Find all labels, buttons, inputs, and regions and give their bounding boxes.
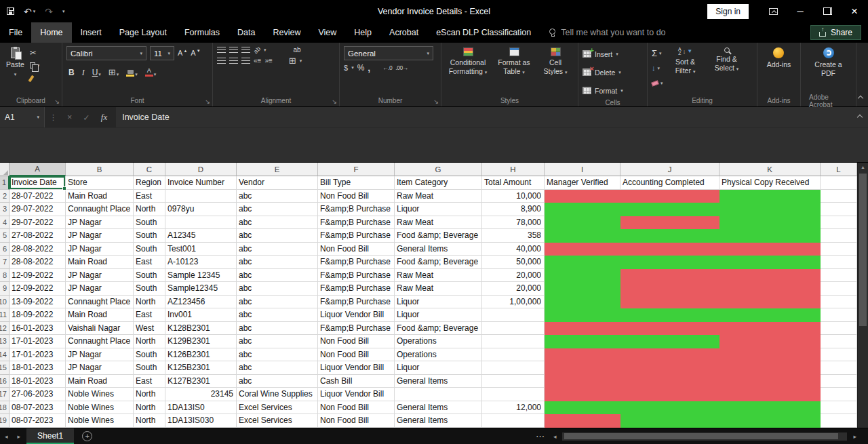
cell-A13[interactable]: 17-01-2023 [9, 335, 66, 348]
sort-filter-button[interactable]: AZ↓▼ Sort & Filter ▾ [667, 46, 705, 95]
column-header-K[interactable]: K [719, 163, 821, 176]
cell-A11[interactable]: 18-09-2022 [9, 308, 66, 322]
cell-B8[interactable]: JP Nagar [66, 269, 134, 283]
cell-G10[interactable]: Liquor [395, 296, 482, 309]
format-painter-button[interactable] [30, 72, 40, 85]
cell-F4[interactable]: F&amp;B Purchase [318, 216, 395, 230]
column-header-B[interactable]: B [66, 163, 134, 176]
flag-cell-green-K11[interactable] [719, 308, 821, 322]
cell-H11[interactable] [482, 308, 545, 322]
cell-B1[interactable]: Store [66, 176, 134, 190]
cell-L2[interactable] [821, 190, 857, 203]
add-ins-button[interactable]: Add-ins [765, 46, 793, 95]
cell-F15[interactable]: Liquor Vendor Bill [318, 361, 395, 375]
cell-H7[interactable]: 50,000 [482, 256, 545, 269]
cell-C12[interactable]: West [134, 322, 165, 336]
cell-A19[interactable]: 08-07-2023 [9, 414, 66, 428]
insert-function-icon[interactable]: fx [96, 112, 113, 123]
cell-E18[interactable]: Excel Services [237, 401, 318, 415]
format-as-table-button[interactable]: Format as Table ▾ [494, 46, 534, 95]
flag-cell-red-J9[interactable] [620, 282, 719, 296]
flag-cell-green-I18[interactable] [545, 401, 620, 415]
cell-H18[interactable]: 12,000 [482, 401, 545, 415]
flag-cell-green-K7[interactable] [719, 256, 821, 269]
cell-L13[interactable] [821, 335, 857, 348]
sheet-nav-left-icon[interactable]: ◂ [0, 433, 13, 440]
cell-A15[interactable]: 18-01-2023 [9, 361, 66, 375]
save-button[interactable] [7, 7, 14, 15]
comma-style-icon[interactable]: , [368, 65, 370, 70]
flag-cell-red-J17[interactable] [620, 388, 719, 401]
flag-cell-green-I10[interactable] [545, 296, 620, 309]
cell-B12[interactable]: Vaishali Nagar [66, 322, 134, 336]
row-header-15[interactable]: 15 [0, 361, 9, 375]
flag-cell-red-I12[interactable] [545, 322, 620, 336]
flag-cell-red-K14[interactable] [719, 348, 821, 362]
cell-E4[interactable]: abc [237, 216, 318, 230]
cell-A7[interactable]: 28-08-2022 [9, 256, 66, 269]
cell-A4[interactable]: 29-07-2022 [9, 216, 66, 230]
accounting-format-icon[interactable]: $ [344, 64, 348, 72]
name-box-splitter[interactable]: ⋮ [45, 113, 62, 122]
cell-E8[interactable]: abc [237, 269, 318, 283]
tab-formulas[interactable]: Formulas [176, 22, 229, 43]
flag-cell-red-K8[interactable] [719, 269, 821, 283]
cell-F13[interactable]: Non Food Bill [318, 335, 395, 348]
cell-E5[interactable]: abc [237, 229, 318, 243]
formula-bar-expanded-area[interactable] [0, 127, 868, 162]
cell-E3[interactable]: abc [237, 203, 318, 216]
decrease-font-size-icon[interactable]: A [191, 49, 200, 57]
cell-D18[interactable]: 1DA13IS0 [165, 401, 237, 415]
cell-F1[interactable]: Bill Type [318, 176, 395, 190]
cell-G2[interactable]: Raw Meat [395, 190, 482, 203]
cell-B11[interactable]: Main Road [66, 308, 134, 322]
cell-D8[interactable]: Sample 12345 [165, 269, 237, 283]
row-header-2[interactable]: 2 [0, 190, 9, 203]
cell-H17[interactable] [482, 388, 545, 401]
cell-C14[interactable]: South [134, 348, 165, 362]
cell-H12[interactable] [482, 322, 545, 336]
cell-B6[interactable]: JP Nagar [66, 243, 134, 256]
flag-cell-green-J3[interactable] [620, 203, 719, 216]
column-header-L[interactable]: L [821, 163, 857, 176]
cell-A9[interactable]: 12-09-2022 [9, 282, 66, 296]
tab-insert[interactable]: Insert [72, 22, 111, 43]
underline-button[interactable]: U [92, 68, 98, 77]
row-header-7[interactable]: 7 [0, 256, 9, 269]
cell-D5[interactable]: A12345 [165, 229, 237, 243]
cell-E1[interactable]: Vendor [237, 176, 318, 190]
cell-G4[interactable]: Raw Meat [395, 216, 482, 230]
cell-H2[interactable]: 10,000 [482, 190, 545, 203]
cell-H9[interactable]: 20,000 [482, 282, 545, 296]
column-header-D[interactable]: D [165, 163, 237, 176]
sheet-nav-right-icon[interactable]: ▸ [13, 433, 26, 440]
restore-button[interactable] [814, 0, 841, 22]
cell-G13[interactable]: Operations [395, 335, 482, 348]
align-bottom-icon[interactable] [241, 47, 250, 53]
flag-cell-green-I4[interactable] [545, 216, 620, 230]
cell-G16[interactable]: General Items [395, 375, 482, 388]
flag-cell-red-I17[interactable] [545, 388, 620, 401]
decrease-indent-icon[interactable]: «≡ [254, 57, 261, 64]
cell-C5[interactable]: South [134, 229, 165, 243]
flag-cell-green-I7[interactable] [545, 256, 620, 269]
cell-C7[interactable]: East [134, 256, 165, 269]
row-header-12[interactable]: 12 [0, 322, 9, 336]
borders-button[interactable]: ⊞▾ [106, 63, 121, 77]
flag-cell-red-K16[interactable] [719, 375, 821, 388]
vertical-scrollbar[interactable]: ▲ [857, 163, 868, 428]
cell-D4[interactable] [165, 216, 237, 230]
row-header-5[interactable]: 5 [0, 229, 9, 243]
font-dialog-launcher-icon[interactable]: ↘ [205, 99, 210, 105]
cell-H19[interactable] [482, 414, 545, 428]
cut-button[interactable]: ✂ [30, 46, 40, 59]
cell-D7[interactable]: A-10123 [165, 256, 237, 269]
flag-cell-red-K15[interactable] [719, 361, 821, 375]
cell-G17[interactable] [395, 388, 482, 401]
cancel-icon[interactable]: × [62, 113, 77, 122]
cell-C3[interactable]: North [134, 203, 165, 216]
cell-E2[interactable]: abc [237, 190, 318, 203]
cell-B15[interactable]: JP Nagar [66, 361, 134, 375]
autosum-button[interactable]: Σ▾ [652, 47, 663, 60]
cell-L4[interactable] [821, 216, 857, 230]
